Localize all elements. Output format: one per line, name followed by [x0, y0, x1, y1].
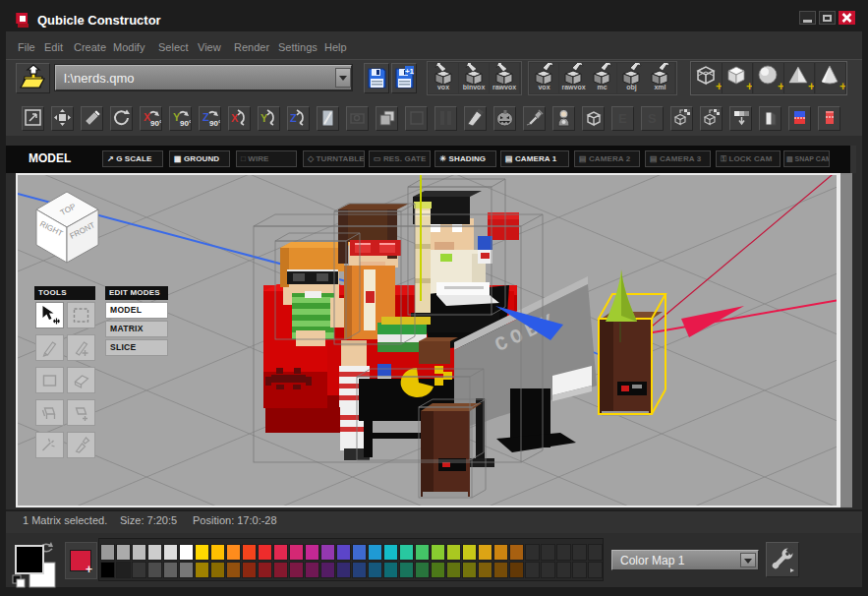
- svg-text:Z: Z: [290, 112, 297, 124]
- svg-text:Z: Z: [203, 111, 209, 123]
- svg-text:Y: Y: [260, 112, 268, 124]
- svg-text:90°: 90°: [180, 119, 191, 128]
- svg-text:+1: +1: [405, 67, 415, 76]
- svg-text:+: +: [716, 80, 722, 92]
- svg-text:90°: 90°: [150, 119, 161, 128]
- svg-text:+: +: [746, 80, 752, 92]
- svg-text:+: +: [778, 80, 783, 92]
- svg-text:+: +: [839, 80, 845, 92]
- svg-text:X: X: [231, 112, 239, 124]
- svg-text:S: S: [648, 111, 657, 126]
- svg-text:+: +: [808, 80, 814, 92]
- svg-text:90°: 90°: [209, 119, 220, 128]
- svg-text:E: E: [618, 111, 627, 126]
